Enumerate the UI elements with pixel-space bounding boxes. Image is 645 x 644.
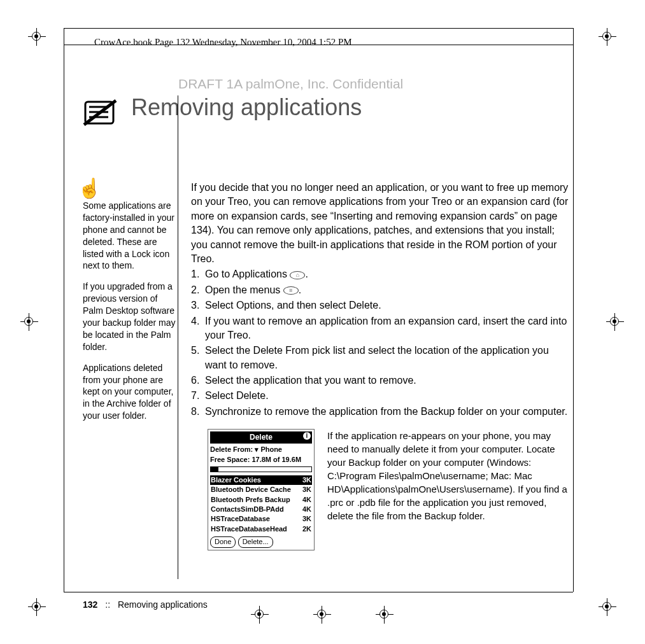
list-item: Blazer Cookies3K — [210, 475, 312, 485]
step-6: 6. Select the application that you want … — [191, 374, 573, 388]
step-num: 2. — [191, 283, 205, 297]
step-4: 4. If you want to remove an application … — [191, 314, 573, 343]
list-item: HSTraceDatabaseHead2K — [210, 524, 312, 534]
page-title: Removing applications — [131, 94, 362, 121]
sidebar-tips: ☝ Some applications are factory-installe… — [83, 181, 178, 550]
crop-mark-right-icon — [606, 313, 624, 331]
footer-title: Removing applications — [118, 599, 208, 610]
list-item: Bluetooth Device Cache3K — [210, 485, 312, 494]
step-text: Go to Applications — [205, 269, 290, 279]
followup-paragraph: If the application re-appears on your ph… — [327, 429, 573, 550]
list-item: HSTraceDatabase3K — [210, 514, 312, 524]
step-7: 7. Select Delete. — [191, 389, 573, 403]
draft-watermark: DRAFT 1A palmOne, Inc. Confidential — [178, 76, 573, 92]
frame-left-v — [64, 45, 64, 592]
step-text: Open the menus — [205, 284, 283, 295]
step-3: 3. Select Options, and then select Delet… — [191, 298, 573, 312]
step-1: 1. Go to Applications ⌂. — [191, 267, 573, 281]
list-item: ContactsSimDB-PAdd4K — [210, 505, 312, 514]
crop-mark-bottom-aux-right-icon — [376, 606, 393, 624]
step-5: 5. Select the Delete From pick list and … — [191, 344, 573, 372]
pointing-hand-icon: ☝ — [83, 181, 96, 196]
frame-top-right-v — [573, 28, 574, 45]
step-text: Select the Delete From pick list and sel… — [205, 344, 573, 372]
step-2: 2. Open the menus ≡. — [191, 283, 573, 297]
book-header: CrowAce.book Page 132 Wednesday, Novembe… — [94, 37, 352, 48]
crop-mark-bottom-left-icon — [28, 598, 46, 616]
step-num: 8. — [191, 405, 205, 419]
applications-hardkey-icon: ⌂ — [290, 271, 305, 279]
step-8: 8. Synchronize to remove the application… — [191, 405, 573, 419]
step-text: Synchronize to remove the application fr… — [205, 405, 573, 419]
delete-from-value: Phone — [260, 445, 282, 453]
dialog-title: Delete — [250, 433, 273, 442]
delete-from-label: Delete From: — [210, 445, 253, 453]
crop-mark-bottom-right-icon — [599, 598, 616, 616]
step-num: 7. — [191, 389, 205, 403]
step-num: 5. — [191, 344, 205, 372]
frame-bottom-line — [64, 592, 573, 592]
sidebar-p3: Applications deleted from your phone are… — [83, 362, 178, 422]
step-num: 3. — [191, 298, 205, 312]
step-num: 4. — [191, 314, 205, 343]
frame-top-line — [64, 28, 573, 29]
free-space-bar — [210, 466, 312, 472]
intro-paragraph: If you decide that you no longer need an… — [191, 181, 573, 266]
delete-dialog-screenshot: Delete i Delete From: ▾ Phone Free Space… — [208, 429, 315, 550]
crop-mark-bottom-center-icon — [313, 606, 331, 624]
frame-right-v — [573, 45, 574, 592]
page-number: 132 — [83, 599, 97, 610]
svg-line-4 — [84, 101, 116, 125]
crop-mark-left-icon — [20, 313, 38, 331]
crop-mark-bottom-aux-left-icon — [251, 606, 269, 624]
step-text: Select the application that you want to … — [205, 374, 573, 388]
done-button: Done — [210, 536, 236, 547]
page-footer: 132 :: Removing applications — [83, 599, 208, 610]
step-text: Select Delete. — [205, 389, 573, 403]
crop-mark-top-right-icon — [599, 28, 616, 46]
step-text: If you want to remove an application fro… — [205, 314, 573, 343]
column-divider — [178, 95, 178, 579]
menu-hardkey-icon: ≡ — [283, 286, 299, 295]
info-icon: i — [303, 432, 311, 440]
crop-mark-top-left-icon — [28, 28, 46, 46]
free-space-label: Free Space: 17.8M of 19.6M — [210, 455, 312, 465]
section-note-icon — [83, 98, 118, 129]
list-item: Bluetooth Prefs Backup4K — [210, 495, 312, 505]
step-text: Select Options, and then select Delete. — [205, 298, 573, 312]
footer-separator: :: — [105, 599, 110, 610]
step-num: 1. — [191, 267, 205, 281]
delete-button: Delete... — [238, 536, 273, 547]
sidebar-p2: If you upgraded from a previous version … — [83, 281, 178, 353]
chevron-down-icon: ▾ — [255, 445, 259, 453]
step-num: 6. — [191, 374, 205, 388]
app-list: Blazer Cookies3K Bluetooth Device Cache3… — [210, 475, 312, 534]
sidebar-p1: Some applications are factory-installed … — [83, 200, 178, 272]
main-column: If you decide that you no longer need an… — [191, 181, 573, 550]
frame-top-left-v — [64, 28, 64, 45]
